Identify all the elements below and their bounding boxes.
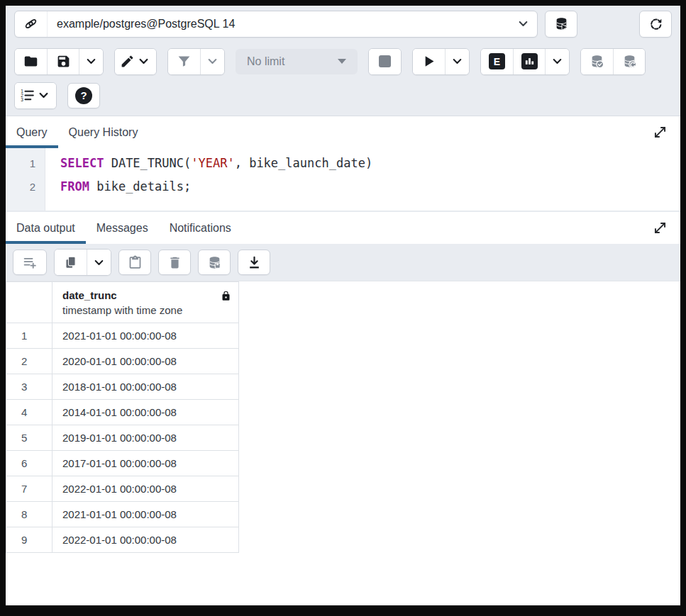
add-row-button[interactable] bbox=[13, 250, 47, 275]
tab-data-output[interactable]: Data output bbox=[6, 212, 86, 244]
commit-button[interactable] bbox=[581, 49, 613, 74]
expand-icon bbox=[653, 220, 668, 235]
table-row: 82021-01-01 00:00:00-08 bbox=[6, 502, 239, 527]
transaction-button-group bbox=[580, 48, 646, 75]
row-number-header[interactable] bbox=[6, 282, 52, 323]
file-button-group bbox=[14, 48, 104, 75]
tab-notifications[interactable]: Notifications bbox=[159, 212, 242, 244]
sql-token-keyword: SELECT bbox=[60, 156, 111, 170]
row-number-cell[interactable]: 1 bbox=[6, 323, 52, 349]
save-menu-button[interactable] bbox=[79, 49, 103, 74]
line-number: 2 bbox=[6, 175, 35, 198]
database-save-icon bbox=[207, 255, 222, 270]
connection-dropdown[interactable]: example/postgres@PostgreSQL 14 bbox=[14, 11, 538, 38]
row-number-cell[interactable]: 6 bbox=[6, 451, 52, 476]
sql-editor: 12 SELECT DATE_TRUNC('YEAR', bike_launch… bbox=[6, 148, 680, 211]
data-cell[interactable]: 2020-01-01 00:00:00-08 bbox=[52, 349, 239, 374]
table-row: 72022-01-01 00:00:00-08 bbox=[6, 476, 239, 502]
row-number-cell[interactable]: 2 bbox=[6, 349, 52, 374]
paste-icon bbox=[128, 255, 143, 270]
row-number-cell[interactable]: 9 bbox=[6, 527, 52, 553]
data-cell[interactable]: 2018-01-01 00:00:00-08 bbox=[52, 374, 239, 400]
results-grid: date_trunc timestamp with time zone 1202… bbox=[6, 281, 680, 605]
new-connection-button[interactable] bbox=[545, 11, 577, 38]
data-cell[interactable]: 2021-01-01 00:00:00-08 bbox=[52, 502, 239, 527]
chevron-down-icon bbox=[205, 54, 220, 69]
query-tool-window: example/postgres@PostgreSQL 14 bbox=[6, 6, 680, 605]
delete-row-button[interactable] bbox=[158, 250, 191, 275]
table-row: 32018-01-01 00:00:00-08 bbox=[6, 374, 239, 400]
reset-layout-button[interactable] bbox=[639, 11, 672, 38]
edit-pencil-icon bbox=[120, 54, 135, 69]
data-cell[interactable]: 2019-01-01 00:00:00-08 bbox=[52, 425, 239, 451]
download-results-button[interactable] bbox=[238, 250, 270, 275]
tab-messages[interactable]: Messages bbox=[86, 212, 159, 244]
knot-connection-icon bbox=[15, 11, 48, 37]
expand-editor-button[interactable] bbox=[649, 122, 670, 143]
data-cell[interactable]: 2022-01-01 00:00:00-08 bbox=[52, 476, 239, 502]
save-file-button[interactable] bbox=[47, 49, 79, 74]
data-cell[interactable]: 2022-01-01 00:00:00-08 bbox=[52, 527, 239, 553]
save-icon bbox=[56, 54, 71, 69]
chevron-down-icon bbox=[550, 54, 565, 69]
help-button[interactable]: ? bbox=[67, 83, 100, 108]
save-data-button[interactable] bbox=[198, 250, 231, 275]
expand-icon bbox=[653, 125, 668, 140]
expand-output-button[interactable] bbox=[649, 218, 670, 239]
macros-menu-button[interactable]: 123 bbox=[15, 83, 56, 108]
execute-button[interactable] bbox=[413, 49, 445, 74]
table-row: 42014-01-01 00:00:00-08 bbox=[6, 400, 239, 425]
caret-down-icon bbox=[338, 59, 346, 64]
data-cell[interactable]: 2017-01-01 00:00:00-08 bbox=[52, 451, 239, 476]
execute-menu-button[interactable] bbox=[445, 49, 469, 74]
column-header-date-trunc[interactable]: date_trunc timestamp with time zone bbox=[52, 282, 239, 323]
filter-menu-button[interactable] bbox=[200, 49, 224, 74]
download-icon bbox=[247, 255, 262, 270]
table-row: 22020-01-01 00:00:00-08 bbox=[6, 349, 239, 374]
edit-menu-button[interactable] bbox=[115, 49, 156, 74]
sql-token-plain: bike_details; bbox=[96, 179, 191, 194]
row-number-cell[interactable]: 4 bbox=[6, 400, 52, 425]
data-cell[interactable]: 2021-01-01 00:00:00-08 bbox=[52, 323, 239, 349]
stop-button-group bbox=[368, 48, 402, 75]
tab-query[interactable]: Query bbox=[6, 116, 58, 148]
chevron-down-icon bbox=[84, 54, 99, 69]
database-rollback-icon bbox=[622, 54, 637, 69]
chevron-down-icon bbox=[36, 88, 51, 103]
table-row: 52019-01-01 00:00:00-08 bbox=[6, 425, 239, 451]
sql-token-plain: DATE_TRUNC( bbox=[111, 156, 192, 170]
row-limit-value: No limit bbox=[247, 55, 284, 68]
copy-menu-button[interactable] bbox=[87, 250, 111, 275]
delete-icon bbox=[167, 255, 182, 270]
paste-button[interactable] bbox=[118, 250, 151, 275]
connection-value: example/postgres@PostgreSQL 14 bbox=[48, 18, 509, 30]
tab-query-history[interactable]: Query History bbox=[58, 116, 149, 148]
add-row-icon bbox=[23, 255, 38, 270]
explain-button[interactable]: E bbox=[481, 49, 513, 74]
secondary-toolbar: 123 ? bbox=[6, 79, 680, 116]
stop-icon bbox=[379, 55, 391, 67]
column-type: timestamp with time zone bbox=[62, 303, 182, 318]
database-commit-icon bbox=[590, 54, 604, 69]
stop-button[interactable] bbox=[369, 49, 401, 74]
filter-button[interactable] bbox=[168, 49, 200, 74]
rollback-button[interactable] bbox=[613, 49, 645, 74]
row-limit-select[interactable]: No limit bbox=[236, 49, 358, 74]
copy-button[interactable] bbox=[55, 250, 87, 275]
row-number-cell[interactable]: 3 bbox=[6, 374, 52, 400]
explain-button-group: E bbox=[480, 48, 570, 75]
chevron-down-icon[interactable] bbox=[509, 16, 537, 31]
open-file-button[interactable] bbox=[15, 49, 47, 74]
execute-button-group bbox=[412, 48, 470, 75]
row-number-cell[interactable]: 8 bbox=[6, 502, 52, 527]
explain-menu-button[interactable] bbox=[545, 49, 569, 74]
row-number-cell[interactable]: 5 bbox=[6, 425, 52, 451]
sql-code-area[interactable]: SELECT DATE_TRUNC('YEAR', bike_launch_da… bbox=[45, 148, 680, 211]
line-number-gutter: 12 bbox=[6, 148, 45, 211]
explain-analyze-button[interactable] bbox=[513, 49, 545, 74]
row-number-cell[interactable]: 7 bbox=[6, 476, 52, 502]
sql-line: SELECT DATE_TRUNC('YEAR', bike_launch_da… bbox=[60, 152, 680, 175]
data-cell[interactable]: 2014-01-01 00:00:00-08 bbox=[52, 400, 239, 425]
line-number: 1 bbox=[6, 152, 35, 175]
lock-icon bbox=[221, 291, 231, 301]
